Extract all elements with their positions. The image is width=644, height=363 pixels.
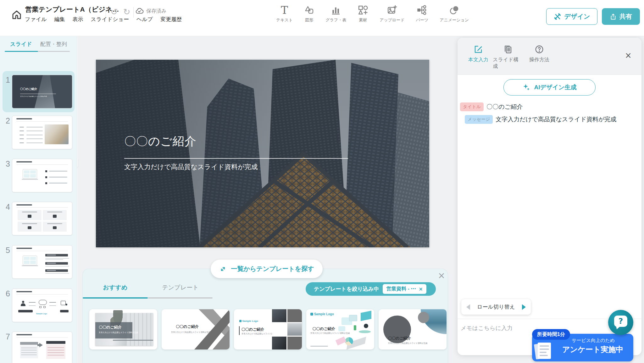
text-icon: T xyxy=(281,4,288,15)
share-button[interactable]: 共有 xyxy=(602,8,640,25)
tool-upload[interactable]: アップロード xyxy=(380,4,405,23)
menu-edit[interactable]: 編集 xyxy=(54,16,65,23)
slide-thumbnail-4[interactable] xyxy=(12,202,72,235)
pages-icon xyxy=(503,45,513,54)
tab-templates[interactable]: テンプレート xyxy=(148,283,213,292)
assets-icon xyxy=(358,4,368,15)
upload-image-icon xyxy=(387,4,397,15)
survey-line1: サービス向上のため xyxy=(572,338,615,344)
menu-help[interactable]: ヘルプ xyxy=(136,16,153,23)
share-icon xyxy=(610,13,617,20)
animation-circles-icon xyxy=(449,4,460,15)
design-icon xyxy=(554,13,561,20)
cloud-check-icon xyxy=(135,7,144,15)
tool-text[interactable]: T テキスト xyxy=(276,4,293,23)
filter-chip[interactable]: 営業資料 - ⋯ × xyxy=(383,284,426,294)
template-card-3[interactable]: Sample Logo 〇〇のご紹介 文字入力だけで高品質なスライド資料が完成 xyxy=(234,309,302,349)
menu-slideshow[interactable]: スライドショー xyxy=(91,16,129,23)
slide-thumbnail-3[interactable] xyxy=(12,159,72,192)
filter-remove-icon[interactable]: × xyxy=(419,286,423,292)
role-switch-button[interactable]: ロール切り替え xyxy=(461,299,531,315)
slide-thumbnail-6[interactable]: Sample Logo xyxy=(12,289,72,322)
survey-banner[interactable]: 所要時間1分 サービス向上のため アンケート実施中 xyxy=(532,334,633,361)
redo-icon: ↻ xyxy=(123,7,130,17)
template-card-4[interactable]: Sample Logo 〇〇のご紹介 文字入力だけで高品質なスライド資料が完成 xyxy=(306,309,374,349)
slides-sidebar: スライド 配置・整列 1 〇〇のご紹介 文字入力だけで高品質なスライド資料が完成… xyxy=(0,36,77,363)
document-title[interactable]: 営業テンプレートA（ビジネ… xyxy=(25,5,119,14)
tab-underline-track xyxy=(148,297,213,299)
panel-header: 本文入力 スライド構成 xyxy=(458,38,641,75)
menu-bar: ファイル 編集 表示 スライドショー ヘルプ 変更履歴 xyxy=(25,16,182,23)
save-status-label: 保存済み xyxy=(146,8,166,14)
tab-slide-structure[interactable]: スライド構成 xyxy=(493,45,523,70)
template-panel: おすすめ テンプレート テンプレートを絞り込み中 営業資料 - ⋯ × 〇〇のご… xyxy=(82,269,448,363)
menu-history[interactable]: 変更履歴 xyxy=(160,16,182,23)
tab-how-to[interactable]: 操作方法 xyxy=(524,45,554,63)
main-slide[interactable]: 〇〇のご紹介 文字入力だけで高品質なスライド資料が完成 xyxy=(96,60,429,247)
tab-underline-track xyxy=(38,51,70,52)
message-field-value[interactable]: 文字入力だけで高品質なスライド資料が完成 xyxy=(496,115,616,124)
chart-icon xyxy=(331,4,341,15)
ai-design-generate-button[interactable]: AIデザイン生成 xyxy=(503,79,596,96)
chevron-left-icon[interactable] xyxy=(466,304,470,310)
tab-slides[interactable]: スライド xyxy=(10,41,32,48)
top-bar: 営業テンプレートA（ビジネ… ↺ ↻ 保存済み ファイル 編集 表示 スライドシ… xyxy=(0,0,644,36)
parts-tree-icon xyxy=(417,4,427,15)
thumb-office-photo xyxy=(45,124,69,144)
role-switch-label: ロール切り替え xyxy=(477,303,515,311)
chevron-right-icon[interactable] xyxy=(522,304,526,310)
home-icon xyxy=(11,9,22,20)
slide-thumbnail-2[interactable] xyxy=(12,116,72,149)
save-status: 保存済み xyxy=(135,7,166,15)
expand-icon xyxy=(219,265,227,273)
skyscraper-photo xyxy=(96,60,429,247)
panel-close-icon[interactable]: × xyxy=(622,49,635,62)
tool-assets[interactable]: 素材 xyxy=(358,4,368,23)
shapes-icon xyxy=(304,4,314,15)
template-panel-close-icon[interactable]: × xyxy=(435,269,448,282)
survey-line2: アンケート実施中 xyxy=(562,344,623,355)
tool-shapes[interactable]: 図形 xyxy=(304,4,314,23)
thumb-photo xyxy=(12,75,72,108)
question-bubble-icon: ? xyxy=(614,316,627,327)
help-button[interactable]: ? xyxy=(608,310,633,335)
menu-file[interactable]: ファイル xyxy=(25,16,47,23)
template-card-1[interactable]: 〇〇のご紹介 文字入力だけで高品質なスライド資料が完成 xyxy=(89,309,157,349)
insert-toolbar: T テキスト 図形 グラフ・表 xyxy=(276,4,469,23)
tab-arrange[interactable]: 配置・整列 xyxy=(40,41,67,48)
sparkle-icon xyxy=(523,83,531,91)
tab-recommended[interactable]: おすすめ xyxy=(83,283,148,292)
browse-templates-button[interactable]: 一覧からテンプレートを探す xyxy=(211,260,323,278)
undo-icon: ↺ xyxy=(111,7,118,17)
sample-logo: Sample Logo xyxy=(239,320,258,322)
photo-grid xyxy=(272,309,302,349)
slide-subtitle-text[interactable]: 文字入力だけで高品質なスライド資料が完成 xyxy=(124,162,258,171)
tab-body-input[interactable]: 本文入力 xyxy=(463,45,493,63)
edit-icon xyxy=(474,45,483,54)
browse-templates-label: 一覧からテンプレートを探す xyxy=(231,265,314,273)
sample-logo: Sample Logo xyxy=(310,312,334,316)
design-button[interactable]: デザイン xyxy=(546,8,597,25)
tool-chart[interactable]: グラフ・表 xyxy=(325,4,346,23)
menu-view[interactable]: 表示 xyxy=(73,16,83,23)
slide-thumbnail-7[interactable] xyxy=(12,332,72,363)
survey-doc-icon xyxy=(537,343,552,359)
template-card-2[interactable]: 〇〇のご紹介 文字入力だけで高品質なスライド資料が完成 xyxy=(162,309,230,349)
share-label: 共有 xyxy=(619,12,632,21)
slide-divider-line xyxy=(124,158,348,159)
tab-active-underline xyxy=(5,51,38,52)
filter-chip-value: 営業資料 - ⋯ xyxy=(386,286,416,292)
template-card-5[interactable]: 〇〇のご紹介 文字入力だけで高品質なスライド資料が完成 xyxy=(379,309,447,349)
slide-thumbnail-5[interactable] xyxy=(12,245,72,279)
slide-thumbnail-1[interactable]: 〇〇のご紹介 文字入力だけで高品質なスライド資料が完成 xyxy=(12,75,72,108)
survey-time-badge: 所要時間1分 xyxy=(532,329,570,340)
template-filter-pill[interactable]: テンプレートを絞り込み中 営業資料 - ⋯ × xyxy=(306,282,436,296)
question-circle-icon xyxy=(535,45,544,54)
app-window: 営業テンプレートA（ビジネ… ↺ ↻ 保存済み ファイル 編集 表示 スライドシ… xyxy=(0,0,644,363)
title-field-value[interactable]: 〇〇のご紹介 xyxy=(486,103,523,111)
tool-parts[interactable]: パーツ xyxy=(416,4,429,23)
slide-title-text[interactable]: 〇〇のご紹介 xyxy=(124,134,197,149)
home-button[interactable] xyxy=(9,8,24,22)
tool-animation[interactable]: アニメーション xyxy=(440,4,469,23)
message-tag: メッセージ xyxy=(465,115,493,124)
